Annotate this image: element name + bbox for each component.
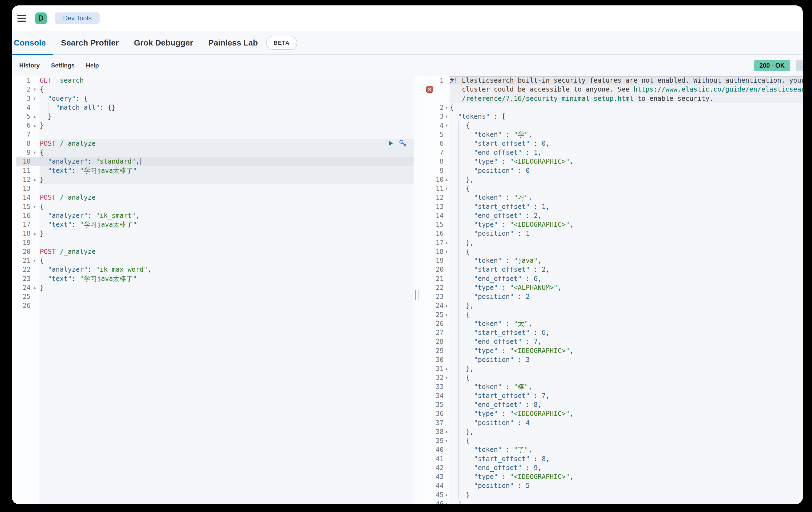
code-line-content[interactable]: "end_offset" : 6, — [450, 274, 803, 283]
fold-toggle-icon[interactable]: ▴ — [31, 121, 39, 130]
code-line-content[interactable]: { — [450, 373, 803, 382]
hamburger-menu-icon[interactable] — [17, 15, 26, 22]
fold-toggle-icon[interactable]: ▾ — [444, 373, 449, 382]
code-line[interactable]: 24▴ }, — [420, 301, 803, 310]
code-line[interactable]: 19 "token" : "java", — [420, 256, 803, 265]
code-line-content[interactable]: "end_offset" : 1, — [450, 148, 803, 157]
code-line-content[interactable]: "start_offset" : 2, — [450, 265, 803, 274]
code-line-content[interactable]: "token" : "棒", — [450, 382, 803, 391]
code-line[interactable]: 16 "position" : 1 — [420, 229, 803, 238]
code-line-content[interactable]: }, — [450, 364, 803, 373]
code-line[interactable]: 11▾ { — [420, 184, 803, 193]
code-line-content[interactable]: "match_all": {} — [40, 103, 413, 112]
fold-toggle-icon[interactable]: ▴ — [444, 364, 449, 373]
code-line[interactable]: 15 "type" : "<IDEOGRAPHIC>", — [420, 220, 803, 229]
code-line[interactable]: 1GET _search — [16, 76, 413, 85]
fold-toggle-icon[interactable]: ▾ — [444, 184, 449, 193]
code-line[interactable]: 45▴ } — [420, 490, 803, 499]
code-line[interactable]: 17 "text": "学习java太棒了" — [16, 220, 413, 229]
code-line[interactable]: 10▴ }, — [420, 175, 803, 184]
code-line-content[interactable]: } — [40, 283, 413, 292]
fold-toggle-icon[interactable]: ▾ — [31, 94, 39, 103]
code-line[interactable]: 22 "type" : "<ALPHANUM>", — [420, 283, 803, 292]
code-line[interactable]: 46▴ ] — [420, 499, 803, 504]
fold-toggle-icon[interactable]: ▾ — [31, 256, 39, 265]
tab-grok-debugger[interactable]: Grok Debugger — [126, 31, 201, 54]
fold-toggle-icon[interactable]: ▴ — [31, 175, 39, 184]
code-line-content[interactable]: "type" : "<IDEOGRAPHIC>", — [450, 409, 803, 418]
code-line[interactable]: 35 "end_offset" : 8, — [420, 400, 803, 409]
code-line-content[interactable]: "token" : "java", — [450, 256, 803, 265]
code-line-content[interactable]: "start_offset" : 1, — [450, 202, 803, 211]
code-line-content[interactable]: "type" : "<IDEOGRAPHIC>", — [450, 346, 803, 355]
code-line-content[interactable]: "position" : 5 — [450, 481, 803, 490]
history-button[interactable]: History — [13, 55, 46, 76]
fold-toggle-icon[interactable]: ▴ — [444, 175, 449, 184]
code-line-content[interactable]: "type" : "<ALPHANUM>", — [450, 283, 803, 292]
code-line-content[interactable]: "analyzer": "standard", — [40, 157, 413, 166]
fold-toggle-icon[interactable]: ▾ — [444, 112, 449, 121]
code-line-content[interactable]: "text": "学习java太棒了" — [40, 166, 413, 175]
code-line-content[interactable]: "text": "学习java太棒了" — [40, 220, 413, 229]
code-line-content[interactable]: "token" : "习", — [450, 193, 803, 202]
code-line-content[interactable]: }, — [450, 238, 803, 247]
code-line[interactable]: 15▾{ — [16, 202, 413, 211]
code-line-content[interactable]: "token" : "太", — [450, 319, 803, 328]
fold-toggle-icon[interactable]: ▾ — [444, 103, 449, 112]
code-line[interactable]: 17▴ }, — [420, 238, 803, 247]
fold-toggle-icon[interactable]: ▴ — [444, 499, 449, 504]
code-line[interactable]: 24▴} — [16, 283, 413, 292]
code-line[interactable]: 25 — [16, 292, 413, 301]
code-line[interactable]: 3▾ "tokens" : [ — [420, 112, 803, 121]
code-line-content[interactable]: "position" : 0 — [450, 166, 803, 175]
code-line-content[interactable]: { — [450, 247, 803, 256]
code-line-content[interactable]: "analyzer": "ik_max_word", — [40, 265, 413, 274]
code-line-content[interactable] — [40, 292, 413, 301]
panel-splitter[interactable] — [413, 76, 420, 504]
code-line-content[interactable] — [40, 238, 413, 247]
code-line[interactable]: 2▾{ — [420, 103, 803, 112]
tab-painless-lab[interactable]: Painless Lab — [201, 31, 265, 54]
tab-search-profiler[interactable]: Search Profiler — [53, 31, 126, 54]
code-line-content[interactable]: "start_offset" : 7, — [450, 391, 803, 400]
code-line[interactable]: 18▾ { — [420, 247, 803, 256]
code-line[interactable]: 8 "type" : "<IDEOGRAPHIC>", — [420, 157, 803, 166]
code-line-content[interactable]: "end_offset" : 9, — [450, 463, 803, 472]
code-line-content[interactable]: POST /_analyze — [40, 139, 413, 148]
code-line[interactable]: 26 — [16, 301, 413, 310]
code-line-content[interactable]: "token" : "学", — [450, 130, 803, 139]
code-line-content[interactable]: "start_offset" : 0, — [450, 139, 803, 148]
code-line[interactable]: 12▴} — [16, 175, 413, 184]
code-line[interactable]: 19 — [16, 238, 413, 247]
code-line-content[interactable]: GET _search — [40, 76, 413, 85]
code-line[interactable]: 22 "analyzer": "ik_max_word", — [16, 265, 413, 274]
code-line[interactable]: 10 "analyzer": "standard", — [16, 157, 413, 166]
code-line[interactable]: 31▴ }, — [420, 364, 803, 373]
send-request-button[interactable] — [386, 139, 395, 147]
code-line[interactable]: 8POST /_analyze — [16, 139, 413, 148]
code-line-content[interactable]: }, — [450, 175, 803, 184]
code-line-content[interactable]: }, — [450, 427, 803, 436]
code-line[interactable]: 6 "start_offset" : 0, — [420, 139, 803, 148]
code-line[interactable]: 29 "type" : "<IDEOGRAPHIC>", — [420, 346, 803, 355]
code-line[interactable]: 20 "start_offset" : 2, — [420, 265, 803, 274]
code-line[interactable]: 21▾{ — [16, 256, 413, 265]
code-line-content[interactable]: "start_offset" : 8, — [450, 454, 803, 463]
code-line-content[interactable] — [40, 130, 413, 139]
code-line[interactable]: 34 "start_offset" : 7, — [420, 391, 803, 400]
code-line-content[interactable]: "text": "学习java太棒了" — [40, 274, 413, 283]
code-line-content[interactable]: "type" : "<IDEOGRAPHIC>", — [450, 220, 803, 229]
request-editor[interactable]: 1GET _search2▾{3▾ "query": {4 "match_all… — [16, 76, 413, 504]
code-line-content[interactable]: cluster could be accessible to anyone. S… — [450, 85, 803, 94]
code-line-content[interactable]: "query": { — [40, 94, 413, 103]
code-line-content[interactable]: }, — [450, 301, 803, 310]
code-line-content[interactable]: { — [40, 85, 413, 94]
code-line-content[interactable]: "tokens" : [ — [450, 112, 803, 121]
code-line[interactable]: 14POST /_analyze — [16, 193, 413, 202]
code-line-content[interactable] — [40, 184, 413, 193]
code-line-content[interactable]: /reference/7.16/security-minimal-setup.h… — [450, 94, 803, 103]
code-line-content[interactable]: } — [40, 175, 413, 184]
code-line-content[interactable]: { — [40, 148, 413, 157]
code-line[interactable]: 23 "text": "学习java太棒了" — [16, 274, 413, 283]
code-line-content[interactable]: "end_offset" : 2, — [450, 211, 803, 220]
